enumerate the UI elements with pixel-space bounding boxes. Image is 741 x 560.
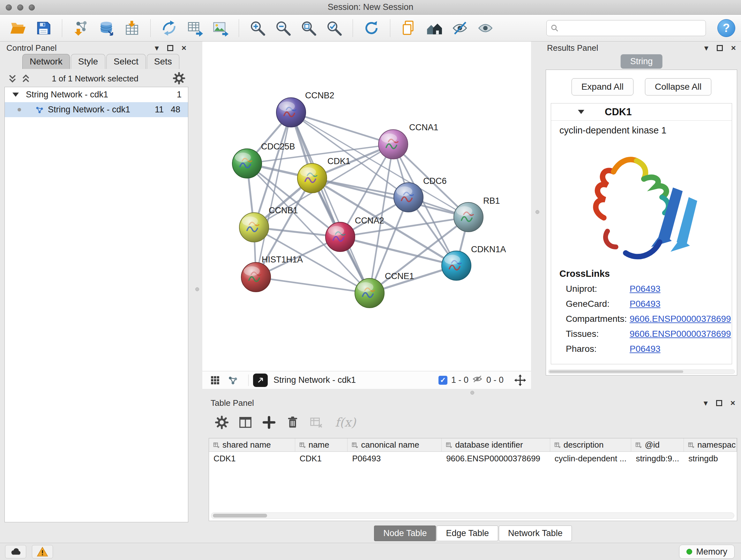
table-tab-network-table[interactable]: Network Table (499, 525, 572, 541)
collapse-all-button[interactable]: Collapse All (645, 78, 711, 96)
collapse-section-icon[interactable] (578, 110, 584, 114)
cloud-status-button[interactable] (5, 545, 26, 558)
delete-trash-icon[interactable] (285, 415, 300, 430)
table-tab-node-table[interactable]: Node Table (374, 525, 436, 541)
table-settings-gear-icon[interactable] (214, 415, 229, 430)
network-node-RB1[interactable] (454, 202, 483, 232)
import-network-database-button[interactable] (96, 18, 117, 38)
table-tab-edge-table[interactable]: Edge Table (436, 525, 498, 541)
splitter-handle[interactable] (195, 287, 199, 291)
tab-string[interactable]: String (621, 54, 663, 69)
results-scrollbar-thumb[interactable] (549, 370, 683, 373)
help-button[interactable]: ? (718, 19, 735, 37)
column-header-namespac[interactable]: namespac (684, 438, 737, 451)
export-table-button[interactable] (185, 18, 205, 38)
home-button[interactable] (424, 18, 445, 38)
show-columns-icon[interactable] (238, 415, 253, 430)
tab-network[interactable]: Network (22, 54, 70, 69)
float-panel-icon[interactable] (717, 45, 723, 51)
gene-section-header[interactable]: CDK1 (551, 104, 732, 121)
table-row[interactable]: CDK1CDK1P064939606.ENSP00000378699cyclin… (209, 452, 737, 465)
crosslink-value-link[interactable]: 9606.ENSP00000378699 (630, 329, 731, 339)
open-session-button[interactable] (8, 18, 28, 38)
add-column-plus-icon[interactable] (262, 415, 276, 430)
network-node-CDC6[interactable] (394, 183, 423, 212)
splitter-handle[interactable] (536, 210, 539, 214)
splitter-handle[interactable] (470, 391, 474, 395)
export-network-button[interactable] (159, 18, 179, 38)
tab-sets[interactable]: Sets (147, 54, 179, 69)
crosslink-value-link[interactable]: P06493 (630, 344, 661, 354)
hide-annotations-button[interactable] (450, 18, 470, 38)
network-node-CDC25B[interactable] (232, 149, 262, 178)
network-row[interactable]: String Network - cdk1 11 48 (5, 102, 188, 117)
tab-style[interactable]: Style (71, 54, 105, 69)
column-header-shared-name[interactable]: shared name (209, 438, 295, 451)
column-header-name[interactable]: name (295, 438, 348, 451)
show-annotations-button[interactable] (475, 18, 495, 38)
zoom-out-button[interactable] (273, 18, 293, 38)
minimize-window-icon[interactable] (17, 4, 23, 10)
maximize-window-icon[interactable] (29, 4, 35, 10)
results-scrollbar[interactable] (548, 369, 735, 374)
network-node-CDKN1A[interactable] (442, 251, 471, 280)
network-node-CCNA2[interactable] (326, 222, 355, 252)
network-canvas[interactable]: CCNB2CCNA1CDC25BCDK1CDC6RB1CCNB1CCNA2CDK… (202, 42, 531, 371)
table-scrollbar-thumb[interactable] (213, 514, 267, 517)
close-panel-icon[interactable]: × (731, 44, 736, 52)
crosslink-value-link[interactable]: P06493 (630, 299, 661, 309)
network-edge-CCNB2-CCNE1[interactable] (291, 112, 369, 293)
collapse-collection-icon[interactable] (12, 92, 19, 97)
panel-menu-icon[interactable]: ▾ (704, 399, 708, 407)
tab-select[interactable]: Select (106, 54, 146, 69)
expand-all-button[interactable]: Expand All (571, 78, 633, 96)
panel-menu-icon[interactable]: ▾ (704, 44, 709, 52)
column-header-description[interactable]: description (550, 438, 631, 451)
network-node-CCNA1[interactable] (379, 130, 408, 159)
close-panel-icon[interactable]: × (731, 399, 735, 407)
crosslink-value-link[interactable]: 9606.ENSP00000378699 (630, 314, 731, 324)
network-node-HIST1H1A[interactable] (241, 262, 271, 292)
save-session-button[interactable] (33, 18, 54, 38)
collapse-all-networks-icon[interactable] (21, 74, 30, 83)
copy-document-button[interactable] (399, 18, 419, 38)
warnings-button[interactable] (32, 545, 53, 558)
import-table-button[interactable] (122, 18, 142, 38)
close-window-icon[interactable] (6, 4, 12, 10)
network-node-CDK1[interactable] (297, 164, 327, 193)
export-image-button[interactable] (210, 18, 230, 38)
eye-slash-icon (452, 20, 468, 37)
column-header-database-identifier[interactable]: database identifier (442, 438, 550, 451)
selected-nodes-checkbox[interactable]: ✓ (439, 376, 448, 385)
network-node-CCNB1[interactable] (239, 212, 269, 242)
network-collection-row[interactable]: String Network - cdk1 1 (5, 87, 188, 102)
refresh-view-button[interactable] (361, 18, 382, 38)
column-label: name (309, 440, 329, 450)
zoom-in-button[interactable] (247, 18, 268, 38)
panel-menu-icon[interactable]: ▾ (155, 44, 159, 52)
zoom-fit-button[interactable] (298, 18, 319, 38)
column-header--id[interactable]: @id (631, 438, 684, 451)
float-panel-icon[interactable] (716, 400, 722, 406)
crosslink-value-link[interactable]: P06493 (630, 284, 661, 294)
network-graph[interactable]: CCNB2CCNA1CDC25BCDK1CDC6RB1CCNB1CCNA2CDK… (202, 42, 531, 371)
network-overview-button[interactable] (226, 373, 240, 387)
detach-view-button[interactable] (253, 374, 268, 387)
search-input[interactable] (561, 23, 702, 33)
import-network-file-button[interactable] (71, 18, 91, 38)
network-edge-HIST1H1A-CCNE1[interactable] (256, 277, 369, 293)
network-options-button[interactable] (172, 71, 186, 86)
zoom-selected-button[interactable] (324, 18, 344, 38)
close-panel-icon[interactable]: × (182, 44, 186, 52)
network-node-CCNE1[interactable] (355, 278, 384, 308)
column-header-canonical-name[interactable]: canonical name (347, 438, 442, 451)
network-edge-CCNB2-CCNA1[interactable] (291, 112, 393, 144)
table-horizontal-scrollbar[interactable] (211, 512, 734, 519)
memory-button[interactable]: Memory (679, 545, 735, 559)
pan-tool-button[interactable] (514, 374, 527, 387)
birdseye-view-button[interactable] (208, 373, 222, 387)
float-panel-icon[interactable] (167, 45, 173, 51)
gene-section: CDK1 cyclin-dependent kinase 1 CrossLink… (551, 103, 732, 364)
expand-all-networks-icon[interactable] (8, 74, 17, 83)
network-node-CCNB2[interactable] (276, 98, 306, 127)
